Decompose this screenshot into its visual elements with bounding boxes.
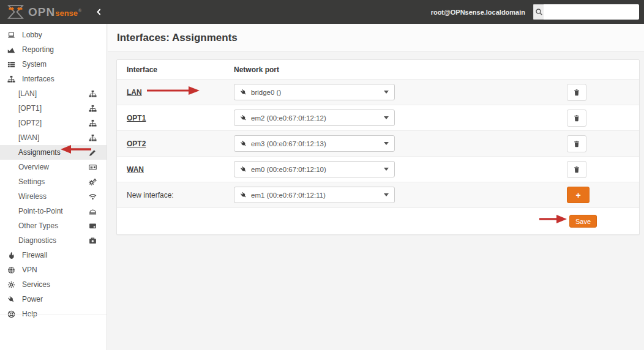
- sidebar-item-wan[interactable]: [WAN]: [0, 130, 107, 145]
- cogs-icon: [89, 177, 98, 186]
- modem-icon: [89, 207, 98, 215]
- sidebar: Lobby Reporting System Interfaces [LAN] …: [0, 24, 107, 350]
- add-interface-button[interactable]: +: [567, 187, 590, 203]
- table-row-save: Save: [117, 207, 639, 234]
- sidebar-item-reporting[interactable]: Reporting: [0, 42, 107, 57]
- sidebar-item-diagnostics[interactable]: Diagnostics: [0, 233, 107, 248]
- sidebar-item-settings[interactable]: Settings: [0, 174, 107, 189]
- sitemap-icon: [89, 133, 98, 142]
- table-row-opt1: OPT1 em2 (00:e0:67:0f:12:12): [117, 105, 639, 130]
- registered-mark: ®: [78, 9, 81, 13]
- sidebar-item-power[interactable]: Power: [0, 292, 107, 307]
- assignments-panel: Interface Network port LAN bridge0 () OP…: [116, 59, 640, 235]
- brand-text: OPNsense®: [28, 6, 81, 19]
- network-port-select-new[interactable]: em1 (00:e0:67:0f:12:11): [234, 187, 395, 203]
- chevron-down-icon: [384, 116, 389, 119]
- delete-interface-button[interactable]: [567, 84, 586, 101]
- search-input[interactable]: [544, 4, 639, 20]
- selected-network-port: bridge0 (): [251, 89, 281, 96]
- topbar: OPNsense® root@OPNsense.localdomain: [0, 0, 644, 24]
- sidebar-item-wireless[interactable]: Wireless: [0, 189, 107, 204]
- sidebar-item-vpn[interactable]: VPN: [0, 262, 107, 277]
- save-button[interactable]: Save: [569, 215, 597, 228]
- search-icon: [533, 4, 544, 20]
- plug-icon: [240, 192, 247, 199]
- table-row-opt2: OPT2 em3 (00:e0:67:0f:12:13): [117, 130, 639, 156]
- delete-interface-button[interactable]: [567, 110, 586, 127]
- sidebar-item-lan[interactable]: [LAN]: [0, 86, 107, 101]
- sidebar-item-point-to-point[interactable]: Point-to-Point: [0, 204, 107, 218]
- trash-icon: [573, 89, 580, 96]
- newspaper-icon: [89, 163, 98, 171]
- sidebar-item-services[interactable]: Services: [0, 277, 107, 292]
- plug-icon: [240, 140, 247, 147]
- pencil-icon: [89, 148, 98, 157]
- plug-icon: [240, 114, 247, 122]
- new-interface-label: New interface:: [127, 191, 174, 199]
- table-header-row: Interface Network port: [117, 60, 639, 79]
- trash-icon: [573, 114, 580, 122]
- sidebar-item-lobby[interactable]: Lobby: [0, 28, 107, 42]
- opnsense-logo-icon: [7, 4, 24, 20]
- laptop-icon: [7, 31, 17, 39]
- globe-icon: [7, 266, 17, 274]
- sidebar-item-firewall[interactable]: Firewall: [0, 248, 107, 262]
- sitemap-icon: [7, 75, 17, 83]
- delete-interface-button[interactable]: [567, 161, 586, 178]
- plug-icon: [7, 295, 17, 303]
- interface-link-wan[interactable]: WAN: [127, 165, 144, 174]
- brand-opn: OPN: [28, 6, 55, 19]
- selected-network-port: em2 (00:e0:67:0f:12:12): [251, 114, 326, 122]
- trash-icon: [573, 140, 580, 147]
- opnsense-logo[interactable]: OPNsense®: [7, 4, 81, 20]
- network-port-select-lan[interactable]: bridge0 (): [234, 84, 395, 100]
- logged-in-user: root@OPNsense.localdomain: [431, 9, 525, 16]
- chevron-left-icon: [95, 8, 102, 16]
- network-port-select-wan[interactable]: em0 (00:e0:67:0f:12:10): [234, 161, 395, 177]
- table-row-lan: LAN bridge0 (): [117, 79, 639, 105]
- interface-link-opt2[interactable]: OPT2: [127, 140, 146, 148]
- chevron-down-icon: [384, 168, 389, 171]
- global-search: [533, 4, 639, 20]
- gear-icon: [7, 280, 17, 289]
- sitemap-icon: [89, 89, 98, 98]
- list-icon: [7, 60, 17, 69]
- page-titlebar: Interfaces: Assignments: [108, 24, 644, 52]
- table-row-new-interface: New interface: em1 (00:e0:67:0f:12:11) +: [117, 182, 639, 207]
- sidebar-item-other-types[interactable]: Other Types: [0, 218, 107, 233]
- delete-interface-button[interactable]: [567, 135, 586, 152]
- area-chart-icon: [7, 45, 17, 54]
- chevron-down-icon: [384, 193, 389, 196]
- sidebar-collapse-button[interactable]: [92, 6, 105, 18]
- col-header-interface: Interface: [117, 65, 224, 74]
- plug-icon: [240, 89, 247, 96]
- plug-icon: [240, 166, 247, 173]
- interface-link-opt1[interactable]: OPT1: [127, 114, 146, 122]
- table-row-wan: WAN em0 (00:e0:67:0f:12:10): [117, 156, 639, 182]
- sidebar-item-opt2[interactable]: [OPT2]: [0, 116, 107, 130]
- page-title: Interfaces: Assignments: [117, 32, 238, 44]
- chevron-down-icon: [384, 91, 389, 94]
- sidebar-item-opt1[interactable]: [OPT1]: [0, 101, 107, 116]
- network-port-select-opt1[interactable]: em2 (00:e0:67:0f:12:12): [234, 110, 395, 126]
- selected-network-port: em3 (00:e0:67:0f:12:13): [251, 140, 326, 147]
- sitemap-icon: [89, 119, 98, 127]
- selected-network-port: em1 (00:e0:67:0f:12:11): [251, 192, 326, 199]
- sidebar-divider: [0, 314, 107, 315]
- brand-sense: sense: [55, 9, 78, 18]
- sitemap-icon: [89, 104, 98, 113]
- sidebar-item-system[interactable]: System: [0, 57, 107, 72]
- wifi-icon: [89, 192, 98, 201]
- sidebar-item-assignments[interactable]: Assignments: [0, 145, 107, 160]
- chevron-down-icon: [384, 142, 389, 145]
- network-port-select-opt2[interactable]: em3 (00:e0:67:0f:12:13): [234, 135, 395, 152]
- medkit-icon: [89, 236, 98, 245]
- fire-icon: [7, 251, 17, 259]
- col-header-network-port: Network port: [224, 65, 567, 74]
- sidebar-item-overview[interactable]: Overview: [0, 160, 107, 174]
- main-content: Interfaces: Assignments Interface Networ…: [108, 24, 644, 350]
- sidebar-item-interfaces[interactable]: Interfaces: [0, 72, 107, 86]
- selected-network-port: em0 (00:e0:67:0f:12:10): [251, 166, 326, 173]
- tv-icon: [89, 222, 98, 230]
- interface-link-lan[interactable]: LAN: [127, 88, 142, 97]
